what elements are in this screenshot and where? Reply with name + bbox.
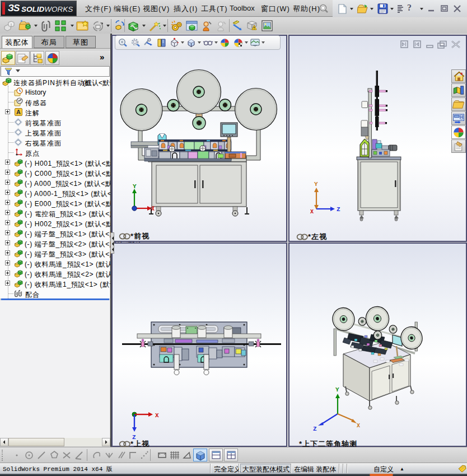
svg-text:Y: Y: [314, 181, 318, 188]
svg-text:Z: Z: [313, 426, 317, 432]
svg-text:A: A: [16, 109, 21, 115]
svg-text:X: X: [357, 423, 360, 429]
svg-text:Y: Y: [133, 183, 137, 190]
svg-text:X: X: [310, 209, 314, 215]
svg-text:X: X: [155, 412, 159, 419]
svg-text:Z: Z: [337, 206, 340, 213]
svg-text:Y: Y: [335, 386, 339, 393]
